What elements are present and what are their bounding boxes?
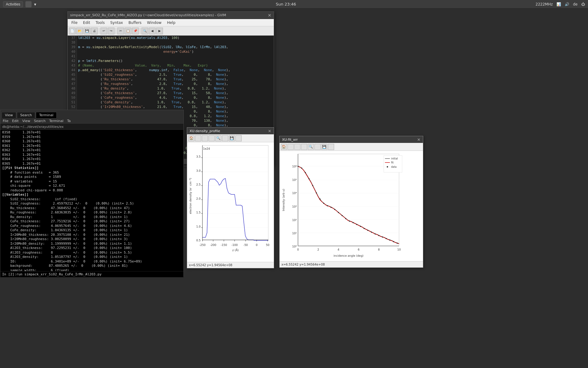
fit-titlebar: XU:fit_xrr ✕ <box>280 136 423 143</box>
fit-plot-back[interactable]: ◀ <box>288 144 294 150</box>
gvim-menu-edit[interactable]: Edit <box>81 20 92 25</box>
svg-point-74 <box>342 215 343 216</box>
gvim-menu-file[interactable]: File <box>69 20 80 25</box>
term-menu-search[interactable]: Search <box>34 119 46 123</box>
var-ir20mn80-thickness: Ir20Mn80_thickness: 20.3975108 +/- 0 (0.… <box>2 233 182 237</box>
toolbar-paste[interactable]: 📌 <box>132 28 139 34</box>
fit-plot: Intensity (arb u) 10⁰ 10¹ 10² 10³ 10⁴ 10… <box>280 151 423 261</box>
plot-checkmark[interactable]: ✓ <box>236 135 242 141</box>
svg-text:initial: initial <box>391 157 398 160</box>
tab-terminal[interactable]: Terminal <box>36 112 57 118</box>
var-al2o3-thickness: Al2O3_thickness: 97.2295231 +/- 0 (0.00%… <box>2 246 182 251</box>
var-ru-roughness: Ru_roughness: 2.68363035 +/- 0 (0.00%) (… <box>2 210 182 215</box>
plot-forward[interactable]: ▶ <box>202 135 208 141</box>
svg-text:50: 50 <box>266 243 270 247</box>
toolbar-sep2 <box>116 28 116 34</box>
fit-plot-zoom[interactable]: 🔍 <box>308 144 314 150</box>
term-menu-file[interactable]: File <box>3 119 8 123</box>
terminal-content[interactable]: 0358 1.267e+01 0359 1.267e+01 0360 1.267… <box>0 130 183 271</box>
svg-text:10⁶: 10⁶ <box>292 165 297 168</box>
fit-plot-save[interactable]: 💾 <box>321 144 327 150</box>
svg-point-80 <box>364 228 365 229</box>
density-close-button[interactable]: ✕ <box>268 129 271 133</box>
density-titlebar: XU:density_profile ✕ <box>187 128 274 134</box>
toolbar-open[interactable]: 📂 <box>76 28 83 34</box>
terminal-line: 0363 1.267e+01 <box>2 153 182 157</box>
svg-point-88 <box>393 241 394 242</box>
toolbar-cut[interactable]: ✂ <box>117 28 124 34</box>
svg-point-82 <box>371 232 372 233</box>
toolbar-next[interactable]: ▶ <box>156 28 163 34</box>
svg-text:4: 4 <box>337 248 339 251</box>
svg-point-83 <box>375 234 376 235</box>
fit-plot-subplots[interactable]: ▦ <box>315 144 321 150</box>
svg-point-72 <box>334 209 335 210</box>
plot-home[interactable]: 🏠 <box>188 135 194 141</box>
density-title: XU:density_profile <box>190 129 220 133</box>
plot-save[interactable]: 💾 <box>229 135 235 141</box>
toolbar-print[interactable]: 🖨 <box>91 28 98 34</box>
var-cofe-thickness: CoFe_thickness: 27.7519216 +/- 0 (0.00%)… <box>2 219 182 224</box>
svg-point-70 <box>327 205 328 206</box>
svg-point-64 <box>305 172 306 173</box>
toolbar-search[interactable]: 🔍 <box>141 28 148 34</box>
svg-text:0.5: 0.5 <box>196 239 201 242</box>
svg-text:Intensity (arb u): Intensity (arb u) <box>282 189 285 211</box>
gvim-menu-help[interactable]: Help <box>164 20 178 25</box>
plot-back[interactable]: ◀ <box>195 135 201 141</box>
toolbar-undo[interactable]: ↩ <box>100 28 107 34</box>
cpu-indicator: 2222MHz <box>536 2 553 6</box>
var-sample-width: sample_width: 6 (fixed) <box>2 268 182 271</box>
var-al2o3-density: Al2O3_density: 1.05107797 +/- 0 (0.00%) … <box>2 255 182 259</box>
gvim-menu-syntax[interactable]: Syntax <box>108 20 125 25</box>
top-bar: Activities ▾ Sun 23:46 2222MHz 📊 🔊 de ⏻ <box>0 0 588 9</box>
svg-text:10³: 10³ <box>292 205 297 208</box>
svg-point-79 <box>360 226 361 227</box>
gvim-title: simpack_xrr_SiO2_Ru_CoFe_IrMn_Al2O3.py (… <box>70 13 226 17</box>
toolbar-save[interactable]: 💾 <box>84 28 90 34</box>
toolbar-copy[interactable]: 📋 <box>125 28 131 34</box>
svg-text:10²: 10² <box>292 219 297 222</box>
fit-plot-pan[interactable]: ✛ <box>301 144 307 150</box>
plot-subplots[interactable]: ▦ <box>222 135 228 141</box>
power-icon: ⏻ <box>581 2 585 6</box>
fit-statistics-header: [[Fit Statistics]] <box>2 166 182 171</box>
plot-pan[interactable]: ✛ <box>209 135 215 141</box>
plot-zoom[interactable]: 🔍 <box>215 135 221 141</box>
term-menu-edit[interactable]: Edit <box>12 119 18 123</box>
terminal-window: View Search Terminal File Edit View Sear… <box>0 110 184 277</box>
gvim-menubar: File Edit Tools Syntax Buffers Window He… <box>68 19 274 26</box>
tab-view[interactable]: View <box>2 112 16 118</box>
term-menu-ta[interactable]: Ta <box>67 119 71 123</box>
svg-text:-250: -250 <box>199 243 206 247</box>
svg-text:10⁵: 10⁵ <box>292 178 297 182</box>
terminal-input-line[interactable]: In [2]: run simpack_xrr_SiO2_Ru_CoFe_IrM… <box>0 271 183 277</box>
gvim-menu-tools[interactable]: Tools <box>93 20 107 25</box>
terminal-input-text: run simpack_xrr_SiO2_Ru_CoFe_IrMn_Al2O3.… <box>16 272 101 276</box>
activities-button[interactable]: Activities <box>3 1 23 7</box>
term-menu-terminal[interactable]: Terminal <box>49 119 64 123</box>
svg-text:-150: -150 <box>221 243 227 247</box>
svg-text:6: 6 <box>358 248 360 251</box>
fit-close-button[interactable]: ✕ <box>417 137 420 142</box>
tab-search[interactable]: Search <box>17 112 35 118</box>
var-sio2-roughness: SiO2_roughness: 2.45979212 +/- 0 (0.00%)… <box>2 201 182 206</box>
density-window: XU:density_profile ✕ 🏠 ◀ ▶ ✛ 🔍 ▦ 💾 ✓ ele… <box>187 127 274 268</box>
gvim-close-button[interactable]: ✕ <box>268 13 271 18</box>
fit-plot-checkmark[interactable]: ✓ <box>328 144 334 150</box>
svg-text:2: 2 <box>317 248 319 251</box>
app-menu-icon[interactable]: ▾ <box>34 2 36 7</box>
svg-point-78 <box>356 224 357 225</box>
toolbar-prev[interactable]: ◀ <box>149 28 156 34</box>
toolbar-new[interactable]: 📄 <box>69 28 76 34</box>
term-menu-view[interactable]: View <box>22 119 30 123</box>
fit-plot-home[interactable]: 🏠 <box>281 144 287 150</box>
svg-text:3.5: 3.5 <box>196 155 201 158</box>
gvim-menu-buffers[interactable]: Buffers <box>126 20 144 25</box>
toolbar-redo[interactable]: ↪ <box>108 28 115 34</box>
variables-count: # variables = 15 <box>2 179 182 184</box>
gvim-menu-window[interactable]: Window <box>145 20 164 25</box>
terminal-line: 0362 1.267e+01 <box>2 148 182 153</box>
terminal-line: 0360 1.267e+01 <box>2 139 182 144</box>
fit-plot-forward[interactable]: ▶ <box>294 144 300 150</box>
